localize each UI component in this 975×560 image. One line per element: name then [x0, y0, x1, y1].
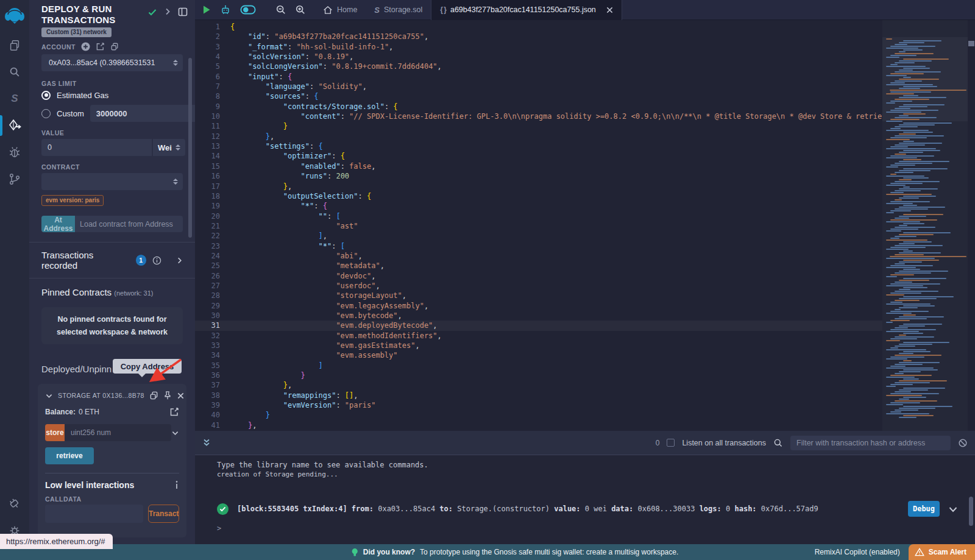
scam-alert-button[interactable]: Scam Alert — [909, 544, 975, 560]
file-explorer-icon[interactable] — [0, 32, 29, 58]
plugin-manager-icon[interactable] — [0, 491, 29, 517]
code-line[interactable]: 25 "metadata", — [195, 261, 882, 271]
code-line[interactable]: 36 } — [195, 370, 882, 380]
code-line[interactable]: 23 "*": [ — [195, 241, 882, 251]
code-line[interactable]: 41 }, — [195, 420, 882, 430]
code-line[interactable]: 6 "input": { — [195, 72, 882, 82]
collapse-terminal-icon[interactable] — [202, 438, 211, 448]
account-select[interactable]: 0xA03...85ac4 (0.39866531531 — [41, 54, 183, 71]
pin-contract-icon[interactable] — [163, 391, 172, 400]
code-line[interactable]: 34 "evm.assembly" — [195, 350, 882, 360]
filter-input[interactable] — [790, 436, 951, 450]
code-line[interactable]: 24 "abi", — [195, 251, 882, 261]
calldata-input[interactable] — [45, 505, 143, 523]
value-unit-select[interactable]: Wei — [153, 139, 185, 156]
listen-checkbox[interactable] — [667, 439, 675, 447]
transactions-recorded-row[interactable]: Transactions recorded 1 — [29, 243, 195, 278]
search-icon[interactable] — [0, 58, 29, 85]
solidity-compiler-icon[interactable]: S — [0, 85, 29, 112]
low-level-info-icon[interactable] — [174, 481, 179, 489]
zoom-in-icon[interactable] — [295, 4, 306, 15]
code-line[interactable]: 15 "enabled": false, — [195, 161, 882, 171]
code-line[interactable]: 14 "optimizer": { — [195, 151, 882, 161]
code-line[interactable]: 9 "contracts/Storage.sol": { — [195, 102, 882, 112]
code-line[interactable]: 27 "userdoc", — [195, 281, 882, 291]
transaction-log-row[interactable]: [block:5583405 txIndex:4] from: 0xa03...… — [217, 501, 975, 517]
code-line[interactable]: 8 "sources": { — [195, 91, 882, 101]
copy-account-icon[interactable] — [110, 42, 119, 51]
transact-button[interactable]: Transact — [148, 505, 179, 523]
terminal-body[interactable]: Type the library name to see available c… — [195, 455, 975, 533]
zoom-out-icon[interactable] — [275, 4, 286, 15]
contract-select[interactable] — [41, 173, 183, 190]
code-line[interactable]: 29 "evm.legacyAssembly", — [195, 301, 882, 311]
tab-storage-sol[interactable]: S Storage.sol — [366, 0, 431, 20]
code-line[interactable]: 21 "ast" — [195, 221, 882, 231]
deploy-run-icon[interactable] — [0, 112, 29, 139]
at-address-input[interactable] — [75, 216, 183, 232]
code-line[interactable]: 3 "_format": "hh-sol-build-info-1", — [195, 42, 882, 52]
code-line[interactable]: 32 "evm.methodIdentifiers", — [195, 331, 882, 341]
remix-logo-icon[interactable] — [0, 0, 29, 32]
copy-address-icon[interactable] — [149, 391, 158, 400]
tab-home[interactable]: Home — [314, 0, 366, 20]
code-line[interactable]: 37 }, — [195, 380, 882, 390]
edit-balance-icon[interactable] — [169, 407, 179, 417]
code-line[interactable]: 22 ], — [195, 231, 882, 241]
edit-account-icon[interactable] — [96, 42, 105, 51]
code-line[interactable]: 12 }, — [195, 132, 882, 141]
minimap[interactable] — [882, 20, 968, 431]
retrieve-button[interactable]: retrieve — [45, 447, 94, 464]
copilot-status[interactable]: RemixAI Copilot (enabled) — [815, 548, 900, 556]
editor-scrollbar-thumb[interactable] — [968, 41, 974, 46]
code-line[interactable]: 40 } — [195, 410, 882, 420]
pin-panel-icon[interactable] — [178, 7, 188, 16]
code-line[interactable]: 1{ — [195, 22, 882, 32]
listen-label[interactable]: Listen on all transactions — [682, 439, 766, 447]
terminal-scrollbar-thumb[interactable] — [969, 497, 973, 526]
code-line[interactable]: 20 "": [ — [195, 211, 882, 221]
code-line[interactable]: 26 "devdoc", — [195, 271, 882, 281]
terminal-prompt[interactable]: > — [217, 524, 975, 533]
info-icon[interactable] — [152, 256, 161, 265]
code-line[interactable]: 18 "outputSelection": { — [195, 191, 882, 201]
code-editor[interactable]: 1{2 "id": "a69b43f277ba20fcac141151250ca… — [195, 20, 975, 431]
code-line[interactable]: 35 ] — [195, 361, 882, 370]
debugger-icon[interactable] — [0, 139, 29, 166]
at-address-button[interactable]: At Address — [41, 216, 75, 232]
ai-assistant-icon[interactable] — [219, 4, 232, 16]
editor-scrollbar[interactable] — [968, 20, 975, 431]
code-line[interactable]: 38 "remappings": [], — [195, 391, 882, 400]
value-input[interactable] — [41, 139, 152, 156]
close-tab-icon[interactable] — [606, 7, 613, 13]
clear-filter-ban-icon[interactable] — [958, 438, 968, 448]
code-line[interactable]: 10 "content": "// SPDX-License-Identifie… — [195, 112, 882, 121]
copilot-toggle-icon[interactable] — [240, 4, 256, 15]
debug-button[interactable]: Debug — [908, 501, 940, 517]
expand-args-icon[interactable] — [171, 430, 179, 436]
estimated-gas-option[interactable]: Estimated Gas — [41, 90, 183, 100]
code-line[interactable]: 13 "settings": { — [195, 141, 882, 151]
code-line[interactable]: 28 "storageLayout", — [195, 291, 882, 300]
expand-transactions-icon[interactable] — [176, 257, 183, 264]
store-arg-input[interactable] — [65, 424, 171, 441]
git-icon[interactable] — [0, 166, 29, 193]
code-line[interactable]: 19 "*": { — [195, 201, 882, 211]
code-line[interactable]: 7 "language": "Solidity", — [195, 82, 882, 91]
code-line[interactable]: 33 "evm.gasEstimates", — [195, 341, 882, 350]
code-line[interactable]: 5 "solcLongVersion": "0.8.19+commit.7dd6… — [195, 62, 882, 71]
custom-gas-radio[interactable] — [41, 109, 51, 118]
code-line[interactable]: 11 } — [195, 121, 882, 131]
add-account-icon[interactable] — [81, 42, 90, 51]
code-line[interactable]: 16 "runs": 200 — [195, 171, 882, 181]
custom-gas-input[interactable] — [90, 105, 195, 122]
code-line[interactable]: 2 "id": "a69b43f277ba20fcac141151250ca75… — [195, 32, 882, 41]
instance-header[interactable]: STORAGE AT 0X136...8B78 — [45, 390, 179, 401]
code-line[interactable]: 31 "evm.deployedBytecode", — [195, 321, 882, 330]
code-line[interactable]: 30 "evm.bytecode", — [195, 311, 882, 321]
panel-forward-icon[interactable] — [164, 7, 171, 16]
remove-instance-icon[interactable] — [177, 392, 185, 400]
code-area[interactable]: 1{2 "id": "a69b43f277ba20fcac141151250ca… — [195, 22, 882, 430]
collapse-instance-icon[interactable] — [45, 392, 53, 399]
expand-tx-icon[interactable] — [948, 505, 958, 513]
